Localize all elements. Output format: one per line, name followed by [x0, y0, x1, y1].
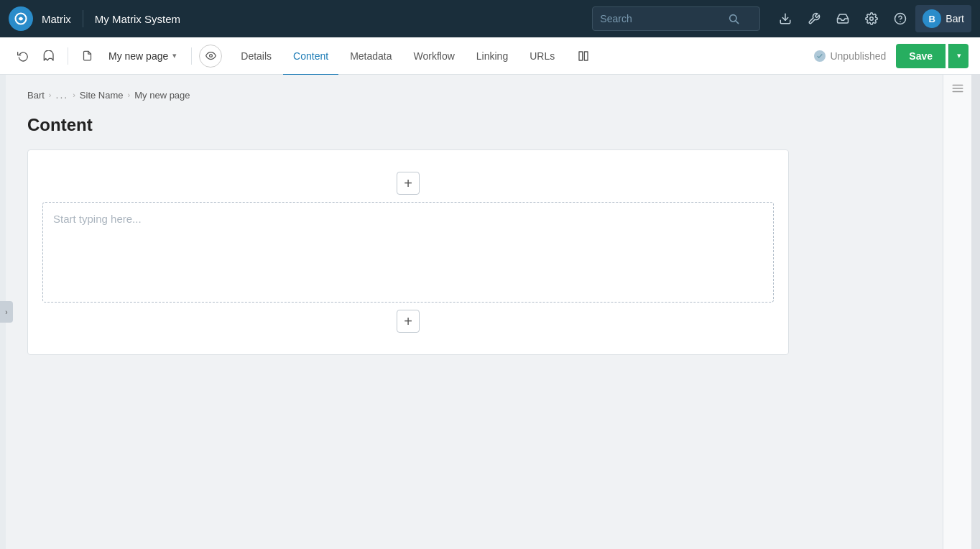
chevron-down-icon: ▾: [172, 51, 177, 60]
tab-metadata[interactable]: Metadata: [340, 38, 402, 75]
search-input[interactable]: [600, 13, 722, 24]
help-icon[interactable]: [887, 5, 914, 32]
breadcrumb-bart[interactable]: Bart: [27, 90, 45, 101]
inbox-icon[interactable]: [829, 5, 856, 32]
status-badge: Unpublished: [814, 50, 886, 62]
left-panel-toggle[interactable]: ›: [0, 301, 13, 323]
breadcrumb-dots[interactable]: ...: [56, 89, 69, 101]
content-area: Bart › ... › Site Name › My new page Con…: [6, 75, 943, 549]
preview-button[interactable]: [199, 45, 222, 68]
toolbar-divider-1: [68, 47, 68, 65]
tab-details[interactable]: Details: [231, 38, 282, 75]
toolbar-divider-2: [191, 47, 192, 65]
user-name: Bart: [946, 13, 964, 24]
right-panel: [943, 75, 971, 549]
status-dot: [814, 50, 826, 62]
svg-line-2: [736, 21, 739, 24]
user-menu[interactable]: B Bart: [915, 5, 971, 32]
scrollbar[interactable]: [971, 75, 980, 549]
breadcrumb-chevron-1: ›: [49, 91, 52, 99]
breadcrumb-current-page[interactable]: My new page: [134, 90, 190, 101]
breadcrumb-chevron-3: ›: [128, 91, 131, 99]
topbar: Matrix My Matrix System: [0, 0, 980, 37]
status-label: Unpublished: [830, 50, 886, 62]
tab-linking[interactable]: Linking: [466, 38, 518, 75]
svg-point-7: [209, 55, 212, 57]
tab-content[interactable]: Content: [283, 38, 338, 75]
svg-point-4: [870, 17, 874, 21]
tab-workflow[interactable]: Workflow: [404, 38, 465, 75]
right-panel-lines-icon[interactable]: [951, 82, 964, 98]
wrench-icon[interactable]: [800, 5, 828, 32]
page-icon: [75, 45, 98, 68]
save-dropdown-button[interactable]: ▾: [948, 44, 969, 68]
nav-divider: [83, 10, 83, 27]
main-area: › Bart › ... › Site Name › My new page C…: [0, 75, 980, 549]
breadcrumb-chevron-2: ›: [73, 91, 75, 99]
add-block-bottom-button[interactable]: +: [397, 310, 420, 333]
page-name-button[interactable]: My new page ▾: [101, 45, 184, 68]
matrix-label: Matrix: [42, 13, 71, 25]
tabs: Details Content Metadata Workflow Linkin…: [231, 37, 565, 75]
svg-rect-8: [579, 52, 583, 60]
left-panel: ›: [0, 75, 6, 549]
download-icon[interactable]: [772, 5, 799, 32]
dropdown-icon: ▾: [957, 51, 961, 60]
system-name: My Matrix System: [95, 13, 180, 25]
breadcrumb-site-name[interactable]: Site Name: [80, 90, 124, 101]
add-block-top-button[interactable]: +: [397, 172, 420, 195]
search-icon[interactable]: [728, 13, 739, 24]
page-heading: Content: [27, 115, 921, 135]
logo[interactable]: [9, 6, 33, 31]
topbar-icons: B Bart: [772, 5, 971, 32]
second-toolbar: My new page ▾ Details Content Metadata W…: [0, 37, 980, 75]
text-block-placeholder: Start typing here...: [53, 213, 142, 225]
svg-rect-9: [585, 52, 588, 60]
ghost-icon[interactable]: [37, 45, 60, 68]
tab-urls[interactable]: URLs: [519, 38, 565, 75]
breadcrumb: Bart › ... › Site Name › My new page: [27, 89, 921, 101]
avatar: B: [923, 9, 941, 28]
settings-icon[interactable]: [858, 5, 885, 32]
page-name-label: My new page: [108, 50, 168, 62]
save-button[interactable]: Save: [896, 44, 946, 68]
text-block[interactable]: Start typing here...: [42, 202, 774, 303]
search-bar[interactable]: [592, 6, 760, 31]
editor-wrapper: + Start typing here... +: [27, 149, 789, 355]
compare-icon[interactable]: [572, 45, 595, 68]
history-icon[interactable]: [11, 45, 34, 68]
